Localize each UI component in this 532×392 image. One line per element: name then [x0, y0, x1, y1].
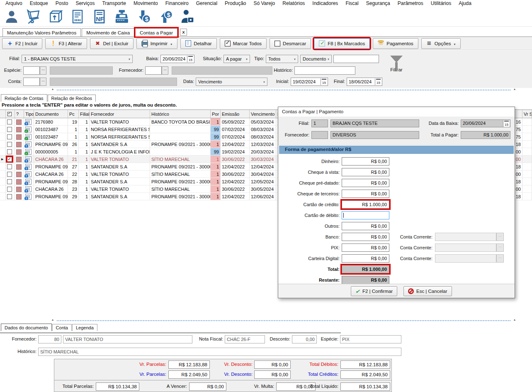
payment-amount-input[interactable]: R$ 0,00: [342, 168, 389, 176]
user-lock-icon[interactable]: [179, 8, 196, 25]
row-checkbox-cell[interactable]: [6, 126, 15, 133]
action-button[interactable]: Marcar Todos: [220, 38, 267, 49]
column-header-filial[interactable]: Filial: [79, 110, 90, 118]
column-header-fornecedor[interactable]: Fornecedor: [90, 110, 150, 118]
row-checkbox-cell[interactable]: [6, 148, 15, 155]
menu-item[interactable]: Estoque: [26, 0, 52, 6]
invoice-icon[interactable]: [69, 8, 86, 25]
tab-close-button[interactable]: X: [180, 29, 187, 36]
column-header-emissao[interactable]: Emissão: [221, 110, 250, 118]
confirm-button[interactable]: F2 | Confirmar: [351, 286, 397, 296]
row-checkbox-cell[interactable]: [6, 193, 15, 200]
payment-amount-input[interactable]: [342, 211, 389, 219]
money-out-icon[interactable]: $: [157, 8, 174, 25]
conta-ellipsis-button[interactable]: [40, 78, 46, 86]
action-button[interactable]: Imprimir: [136, 38, 177, 49]
menu-item[interactable]: Fiscal: [342, 0, 362, 6]
payment-amount-input[interactable]: R$ 0,00: [342, 222, 389, 230]
menu-item[interactable]: Parâmetros: [394, 0, 427, 6]
calendar-icon[interactable]: [187, 56, 194, 62]
row-checkbox[interactable]: [7, 194, 12, 199]
row-checkbox-cell[interactable]: [6, 141, 15, 148]
column-header-select-all[interactable]: [6, 110, 15, 118]
payment-amount-input[interactable]: R$ 0,00: [342, 254, 389, 263]
row-checkbox-cell[interactable]: [6, 178, 15, 185]
data-da-baixa-field[interactable]: 20/06/2024: [461, 119, 510, 127]
menu-item[interactable]: Utilitários: [427, 0, 455, 6]
row-checkbox-cell[interactable]: [6, 133, 15, 140]
tab-conta[interactable]: Conta: [52, 324, 72, 331]
action-button[interactable]: Detalhar: [180, 38, 216, 49]
action-button[interactable]: Del | Excluir: [90, 38, 134, 49]
fornecedor-ellipsis-button[interactable]: [162, 66, 168, 75]
calendar-icon[interactable]: [503, 120, 510, 127]
main-tab[interactable]: Manutenção Valores Parâmetros: [2, 28, 81, 37]
column-header-historico[interactable]: Histórico: [150, 110, 211, 118]
filtrar-button[interactable]: Filtrar: [387, 56, 406, 72]
doc-type-select[interactable]: Documento: [300, 55, 332, 63]
tab-legenda[interactable]: Legenda: [72, 324, 97, 331]
payment-amount-input[interactable]: R$ 1.000,00: [342, 200, 389, 209]
menu-item[interactable]: Gerencial: [192, 0, 221, 6]
row-checkbox[interactable]: [7, 149, 12, 154]
action-button[interactable]: Desmarcar: [270, 38, 311, 49]
menu-item[interactable]: Financeiro: [162, 0, 192, 6]
payment-amount-input[interactable]: R$ 0,00: [342, 190, 389, 198]
fornecedor-code-input[interactable]: [145, 66, 162, 75]
payment-amount-input[interactable]: R$ 0,00: [342, 243, 389, 252]
baixa-date-input[interactable]: 20/06/2024: [160, 55, 194, 63]
row-checkbox-cell[interactable]: [6, 170, 15, 178]
final-date-input[interactable]: 18/06/2024: [347, 78, 382, 86]
conta-code-input[interactable]: [23, 78, 40, 86]
main-tab[interactable]: Contas a Pagar: [135, 28, 177, 37]
especie-ellipsis-button[interactable]: [40, 66, 46, 75]
calendar-icon[interactable]: [375, 78, 381, 85]
column-header-tipo[interactable]: Tipo: [24, 110, 34, 118]
action-button[interactable]: Opções: [421, 38, 461, 49]
tipo-select[interactable]: Todos: [266, 55, 298, 63]
historico-filter-input[interactable]: [294, 66, 355, 75]
row-checkbox-cell[interactable]: [6, 185, 15, 192]
menu-item[interactable]: Transporte: [98, 0, 130, 6]
package-icon[interactable]: [47, 8, 64, 25]
especie-code-input[interactable]: [23, 66, 40, 75]
action-button[interactable]: F2 | Incluir: [2, 38, 42, 49]
action-button[interactable]: Pagamentos: [373, 38, 418, 49]
user-icon[interactable]: [3, 8, 20, 25]
column-header-documento[interactable]: Documento: [34, 110, 68, 118]
menu-item[interactable]: Produção: [221, 0, 250, 6]
column-header-vr-saldo[interactable]: Vr S: [522, 110, 532, 118]
nf-invoice-icon[interactable]: NF: [91, 8, 108, 25]
payment-amount-input[interactable]: R$ 0,00: [342, 233, 389, 241]
situacao-select[interactable]: A pagar: [223, 55, 250, 63]
tab-relacao-de-contas[interactable]: Relação de Contas: [1, 94, 47, 102]
row-checkbox[interactable]: [7, 119, 12, 124]
doc-search-input[interactable]: [333, 55, 379, 63]
column-header-vencimento[interactable]: Vencimento: [250, 110, 276, 118]
action-button[interactable]: F3 | Alterar: [45, 38, 87, 49]
row-checkbox[interactable]: [7, 134, 12, 139]
money-in-icon[interactable]: $: [135, 8, 152, 25]
column-header-pc[interactable]: Pc: [68, 110, 79, 118]
tab-dados-do-documento[interactable]: Dados do documento: [1, 324, 52, 331]
row-checkbox[interactable]: [7, 127, 12, 132]
row-checkbox[interactable]: [7, 142, 12, 147]
menu-item[interactable]: Segurança: [362, 0, 394, 6]
menu-item[interactable]: Serviços: [72, 0, 98, 6]
menu-item[interactable]: Indicadores: [309, 0, 342, 6]
tab-relacao-de-recibos[interactable]: Relação de Recibos: [48, 95, 96, 102]
row-checkbox[interactable]: [7, 172, 12, 177]
filial-select[interactable]: 1 - BRAJAN CQS TESTE: [22, 55, 133, 63]
menu-item[interactable]: Posto: [52, 0, 72, 6]
menu-item[interactable]: Ajuda: [455, 0, 475, 6]
payment-amount-input[interactable]: R$ 0,00: [342, 157, 389, 166]
menu-item[interactable]: Só Varejo: [250, 0, 279, 6]
column-header-por[interactable]: Por: [211, 110, 221, 118]
cash-register-icon[interactable]: [113, 8, 130, 25]
row-checkbox[interactable]: [7, 164, 12, 169]
menu-item[interactable]: Relatórios: [279, 0, 309, 6]
horizontal-splitter[interactable]: [52, 88, 515, 92]
menu-item[interactable]: Movimento: [130, 0, 162, 6]
row-checkbox-cell[interactable]: [6, 156, 15, 163]
row-checkbox[interactable]: [7, 157, 12, 162]
